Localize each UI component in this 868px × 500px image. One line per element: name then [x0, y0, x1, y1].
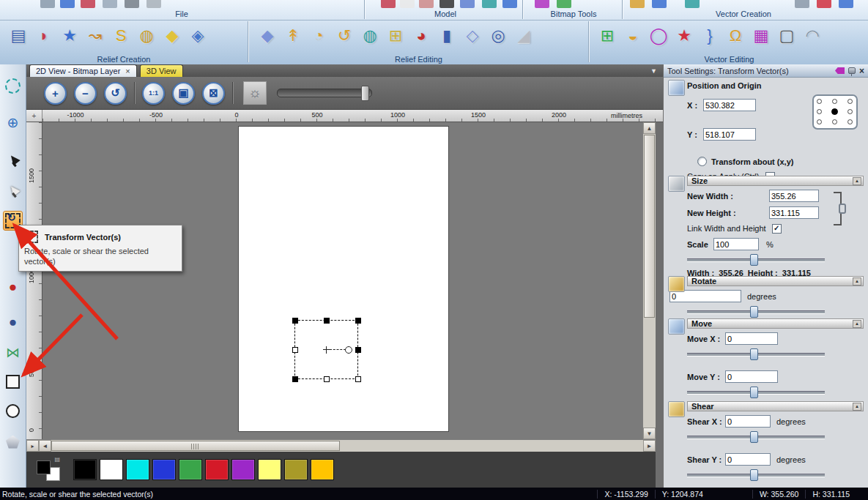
origin-dot[interactable]: [817, 119, 822, 124]
ribbon-top-icon[interactable]: [839, 0, 853, 8]
color-swatch[interactable]: [73, 459, 97, 480]
zoom-fit-button[interactable]: ⊠: [202, 82, 225, 105]
selection-handle-middle-left[interactable]: [292, 347, 298, 353]
selection-handle-bottom-right[interactable]: [355, 376, 361, 382]
x-input[interactable]: [703, 99, 756, 111]
ribbon-top-icon[interactable]: [795, 0, 809, 8]
horizontal-scrollbar[interactable]: ▸ ◄ ►: [26, 439, 656, 452]
color-swatch[interactable]: [231, 459, 255, 480]
ribbon-top-icon[interactable]: [146, 0, 161, 8]
extrude-relief-icon[interactable]: ▮: [436, 22, 458, 50]
scale-slider[interactable]: [687, 254, 825, 264]
ribbon-top-icon[interactable]: [460, 0, 475, 8]
size-section-header[interactable]: Size ▲: [687, 176, 864, 186]
shear-x-slider-thumb[interactable]: [750, 431, 758, 443]
ribbon-top-icon[interactable]: [685, 0, 700, 8]
ribbon-top-icon[interactable]: [60, 0, 75, 8]
globe-view-tool[interactable]: ⊕: [3, 113, 23, 133]
color-swatch[interactable]: [205, 459, 229, 480]
smooth-diamond-icon[interactable]: ◆: [256, 22, 278, 50]
tab-3d-view[interactable]: 3D View: [140, 64, 183, 77]
color-swatch[interactable]: [100, 459, 123, 480]
offset-relief-icon[interactable]: ◍: [359, 22, 381, 50]
view-opacity-slider[interactable]: [277, 89, 372, 97]
new-width-input[interactable]: [769, 190, 819, 202]
selection-handle-middle-right[interactable]: [355, 347, 361, 353]
ribbon-top-icon[interactable]: [400, 0, 415, 8]
ribbon-top-icon[interactable]: [502, 0, 517, 8]
ribbon-top-icon[interactable]: [125, 0, 139, 8]
polygon-tool[interactable]: [3, 432, 23, 452]
sculpt-tool[interactable]: ●: [3, 312, 23, 332]
transform-about-radio[interactable]: [697, 157, 707, 166]
ribbon-top-icon[interactable]: [557, 0, 571, 8]
view-opacity-slider-thumb[interactable]: [361, 86, 369, 101]
horizontal-scrollbar-thumb[interactable]: [51, 441, 340, 451]
fit-vector-icon[interactable]: }: [699, 22, 721, 50]
ellipse-vector-icon[interactable]: ◯: [648, 22, 669, 50]
selection-handle-bottom-left[interactable]: [292, 376, 298, 382]
panel-close-icon[interactable]: ×: [859, 67, 864, 75]
rotate-slider[interactable]: [687, 306, 825, 316]
shear-y-input[interactable]: [725, 453, 771, 466]
selection-handle-top-right[interactable]: [355, 318, 361, 324]
weave-wizard-icon[interactable]: ◍: [136, 22, 157, 50]
select-vectors-tool[interactable]: [3, 151, 23, 171]
angle-relief-icon[interactable]: ◇: [461, 22, 483, 50]
scroll-left-button[interactable]: ◄: [39, 440, 51, 452]
arc-vector-icon[interactable]: ◠: [801, 22, 823, 50]
rotate-collapse-button[interactable]: ▲: [853, 277, 861, 286]
move-section-header[interactable]: Move ▲: [687, 318, 864, 329]
link-width-height-checkbox[interactable]: ✓: [772, 224, 782, 234]
grow-relief-icon[interactable]: ↟: [282, 22, 304, 50]
origin-dot[interactable]: [847, 99, 853, 104]
ribbon-top-icon[interactable]: [535, 0, 549, 8]
scroll-up-button[interactable]: ▲: [643, 122, 656, 134]
color-swatch[interactable]: [284, 459, 308, 480]
move-y-input[interactable]: [725, 370, 778, 383]
primary-secondary-colour-indicator[interactable]: ▤: [37, 458, 60, 481]
ribbon-top-icon[interactable]: [482, 0, 497, 8]
new-height-input[interactable]: [769, 206, 819, 219]
primary-colour-swatch[interactable]: [37, 460, 51, 474]
round-rect-icon[interactable]: ▢: [776, 22, 798, 50]
lock-relief-icon[interactable]: ⊞: [385, 22, 407, 50]
decorate-relief-icon[interactable]: ◕: [410, 22, 432, 50]
move-x-slider-thumb[interactable]: [750, 348, 758, 360]
relief-preview-button[interactable]: ☼: [243, 81, 267, 105]
bell-icon[interactable]: Ω: [724, 22, 746, 50]
move-x-slider[interactable]: [687, 348, 825, 359]
model-page[interactable]: [238, 126, 449, 432]
selection-handle-bottom-middle[interactable]: [324, 376, 330, 382]
selected-vector-bounds[interactable]: [294, 320, 358, 379]
rotate-section-header[interactable]: Rotate ▲: [687, 276, 864, 286]
origin-selector[interactable]: [812, 94, 858, 130]
ribbon-top-icon[interactable]: [817, 0, 831, 8]
ellipse-tool[interactable]: [3, 401, 23, 421]
ribbon-top-icon[interactable]: [630, 0, 645, 8]
origin-dot-center[interactable]: [831, 108, 838, 115]
node-editing-tool[interactable]: [3, 182, 23, 201]
zoom-1to1-button[interactable]: 1:1: [142, 82, 165, 105]
scroll-down-button[interactable]: ▼: [643, 428, 656, 439]
ribbon-top-icon[interactable]: [103, 0, 117, 8]
shear-x-input[interactable]: [725, 415, 771, 428]
paint-tool[interactable]: ●: [3, 277, 23, 296]
origin-dot[interactable]: [847, 109, 853, 114]
ribbon-top-icon[interactable]: [439, 0, 454, 8]
bitmap-select-tool[interactable]: [3, 76, 23, 96]
ribbon-top-icon[interactable]: [381, 0, 396, 8]
shear-collapse-button[interactable]: ▲: [853, 403, 861, 411]
create-vector-icon[interactable]: ⊞: [596, 22, 618, 50]
origin-dot[interactable]: [832, 99, 837, 104]
zoom-selection-button[interactable]: ▣: [172, 82, 195, 105]
move-collapse-button[interactable]: ▲: [853, 320, 861, 328]
move-x-input[interactable]: [725, 332, 778, 345]
shear-section-header[interactable]: Shear ▲: [687, 401, 864, 411]
origin-dot[interactable]: [847, 119, 853, 124]
ribbon-top-icon[interactable]: [419, 0, 434, 8]
move-y-slider[interactable]: [687, 387, 825, 397]
move-y-slider-thumb[interactable]: [750, 387, 758, 398]
y-input[interactable]: [703, 128, 756, 141]
shear-y-slider-thumb[interactable]: [750, 469, 758, 481]
